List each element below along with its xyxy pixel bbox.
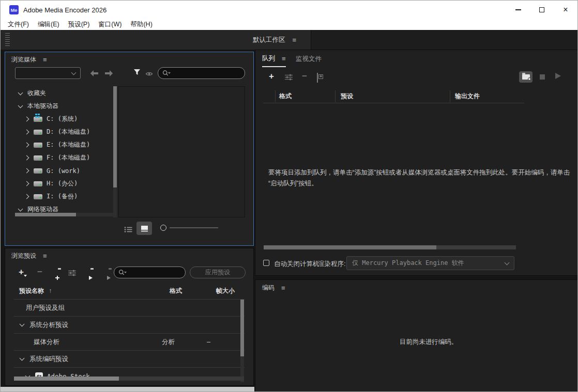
menu-help[interactable]: 帮助(H) [130,20,152,29]
filter-button[interactable] [133,68,141,77]
preset-browser-panel-menu-icon[interactable]: ≡ [43,253,47,259]
chevron-right-icon [24,155,29,161]
apply-preset-button[interactable]: 应用预设 [190,266,246,278]
queue-panel: 队列 ≡ 监视文件 + − 格式 预设 输出文件 要将项目添加到队列，请单击“添… [255,50,578,276]
tree-item-drive-c[interactable]: C: (系统) [11,113,127,126]
queue-column-format[interactable]: 格式 [279,92,292,101]
start-queue-button[interactable] [555,73,561,79]
add-output-button[interactable] [285,73,293,83]
renderer-dropdown[interactable]: 仅 Mercury Playback Engine 软件 [346,256,514,270]
drive-icon [34,155,42,161]
preset-row-user-presets[interactable]: 用户预设及组 [14,299,245,317]
maximize-button[interactable] [530,1,554,19]
tree-item-favorites[interactable]: 收藏夹 [11,87,120,100]
chevron-down-icon [18,103,23,108]
titlebar: Me Adobe Media Encoder 2026 × [1,1,577,19]
media-browser-panel-menu-icon[interactable]: ≡ [43,56,47,63]
tab-watch-folders[interactable]: 监视文件 [296,55,322,64]
watch-folder-auto-encode-button[interactable] [519,71,533,83]
tree-item-local-drives[interactable]: 本地驱动器 [11,100,120,113]
panel-grip[interactable] [5,33,10,46]
workspace-menu-icon[interactable]: ≡ [293,37,297,43]
thumbnail-zoom-slider-track[interactable] [170,227,218,228]
menubar: 文件(F) 编辑(E) 预设(P) 窗口(W) 帮助(H) [1,19,577,30]
tree-vertical-scrollbar[interactable] [113,86,117,217]
drive-icon [34,143,42,148]
close-button[interactable]: × [554,1,577,19]
app-logo-icon: Me [9,5,19,14]
drive-icon [34,194,42,199]
new-preset-button[interactable]: + [19,267,24,277]
tree-item-drive-i[interactable]: I: (备份) [11,190,127,203]
drive-icon [34,130,42,135]
chevron-down-icon [71,70,77,75]
preset-browser-title: 浏览预设 [11,252,36,260]
maximize-icon [539,7,544,12]
encoding-panel-menu-icon[interactable]: ≡ [281,285,285,291]
window-controls: × [506,1,577,19]
preset-row-system-encoding[interactable]: 系统编码预设 [14,351,245,368]
preview-toggle-button[interactable] [145,69,153,79]
preset-settings-button[interactable] [68,269,76,278]
chevron-right-icon [24,117,29,122]
tree-item-drive-h[interactable]: H: (办公) [11,177,127,190]
preset-browser-panel: 浏览预设 ≡ + − 应用预设 预设名称 ↑ 格式 帧大小 用户预设及组 [5,248,254,386]
search-icon [162,70,171,76]
preset-vertical-scrollbar[interactable] [240,300,244,382]
tree-item-drive-f[interactable]: F: (本地磁盘) [11,151,127,164]
chevron-right-icon [24,194,29,199]
thumbnail-zoom-slider-knob[interactable] [160,225,166,231]
column-frame-size[interactable]: 帧大小 [216,287,235,295]
stop-queue-button[interactable] [540,74,545,80]
preset-search-input[interactable] [114,266,186,278]
minimize-icon [515,9,521,10]
renderer-value: 仅 Mercury Playback Engine 软件 [352,259,464,268]
list-view-button[interactable] [124,226,132,235]
system-drive-icon [34,117,42,122]
media-search-input[interactable] [158,67,245,79]
workspace-tab[interactable]: 默认工作区 ≡ [253,30,296,50]
media-browser-title: 浏览媒体 [11,55,36,64]
column-format[interactable]: 格式 [170,287,182,295]
delete-preset-button[interactable]: − [37,268,42,276]
add-source-button[interactable]: + [269,72,274,81]
auto-shutdown-checkbox[interactable] [263,260,269,266]
chevron-down-icon [20,322,25,327]
media-source-dropdown[interactable] [15,67,81,79]
preset-row-system-analysis[interactable]: 系统分析预设 [14,317,245,334]
back-button[interactable] [90,69,99,79]
menu-edit[interactable]: 编辑(E) [38,20,59,29]
chevron-right-icon [24,130,29,135]
remove-source-button[interactable]: − [302,72,307,81]
preset-horizontal-scrollbar[interactable] [14,377,244,381]
close-icon: × [563,6,568,14]
drive-icon [34,168,42,174]
queue-column-preset[interactable]: 预设 [341,92,353,101]
duplicate-button[interactable] [317,73,318,83]
search-icon [118,269,127,276]
queue-column-output[interactable]: 输出文件 [455,92,480,101]
menu-window[interactable]: 窗口(W) [98,20,121,29]
column-preset-name[interactable]: 预设名称 ↑ [19,287,52,295]
forward-button[interactable] [104,69,113,79]
tree-item-drive-e[interactable]: E: (本地磁盘) [11,138,127,151]
tree-horizontal-scrollbar[interactable] [15,213,113,216]
chevron-right-icon [24,181,29,186]
media-file-list-pane[interactable] [118,86,245,217]
window-bottom-edge [1,387,254,392]
window-title: Adobe Media Encoder 2026 [23,6,107,14]
tree-item-drive-d[interactable]: D: (本地磁盘) [11,126,127,138]
folder-gear-icon [522,74,530,80]
tree-item-drive-g[interactable]: G: (work) [11,164,127,177]
thumbnail-view-button[interactable] [136,222,152,235]
menu-file[interactable]: 文件(F) [8,20,29,29]
queue-horizontal-scrollbar[interactable] [264,245,516,249]
tab-queue[interactable]: 队列 ≡ [262,54,286,67]
preset-row-media-analysis[interactable]: 媒体分析 分析 – [14,334,245,351]
menu-preset[interactable]: 预设(P) [68,20,90,29]
renderer-label: 渲染程序: [318,259,345,270]
encoding-panel: 编码 ≡ 目前尚未进行编码。 [255,279,578,392]
minimize-button[interactable] [506,1,530,19]
queue-panel-menu-icon[interactable]: ≡ [282,55,286,62]
sort-ascending-icon: ↑ [49,287,52,294]
